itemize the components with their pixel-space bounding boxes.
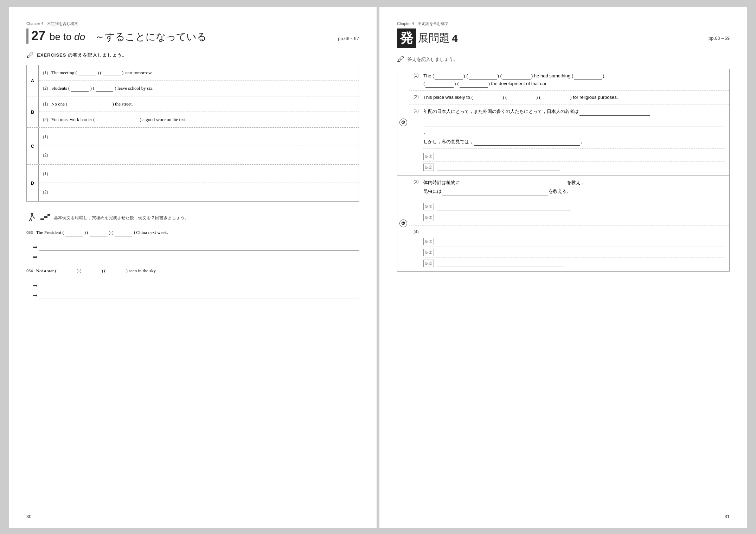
s054-arrow-line-1: ➡	[33, 282, 359, 289]
a1-blank1[interactable]	[78, 70, 96, 76]
box-label-4: 訳②	[423, 214, 434, 221]
steps-icon	[40, 212, 51, 223]
item-num: (1)	[43, 101, 51, 107]
svg-rect-8	[47, 214, 50, 216]
s054-blank2[interactable]	[83, 269, 100, 275]
r1-item-2: (2) This place was likely to () () () fo…	[409, 91, 729, 104]
r1-jp-write1[interactable]	[423, 117, 725, 127]
r1-content-2: This place was likely to () () () for re…	[423, 94, 725, 101]
sentence-054-text: Not a star () () () seen in the sky.	[36, 268, 157, 273]
section-1-row: ① (1) The () () () he had something () (…	[397, 69, 729, 176]
practice-desc: 基本例文を暗唱し，穴埋めを完成させた後，例文を２回書きましょう。	[54, 215, 189, 221]
s054-write-line-1[interactable]	[39, 282, 359, 289]
r1-jp-1: (1) 年配の日本人にとって，また外国の多くの人たちにとって，日本人の若者は 。…	[409, 104, 729, 175]
sentence-053-text: The President () () () China next week.	[36, 230, 168, 235]
r2-4-b2[interactable]	[437, 250, 564, 256]
r2-sub-1: 訳①	[423, 201, 725, 212]
r2-item-4: (4) 訳① 訳② 訳③	[409, 226, 729, 271]
hatsu-kanji: 発	[397, 28, 416, 48]
r1-jp-b2[interactable]	[474, 140, 580, 146]
a2-text: Students () () leave school by six.	[51, 85, 153, 92]
lesson-title-post: ～することになっている	[85, 31, 207, 42]
r1-sub-b2[interactable]	[437, 165, 560, 171]
r2-4-sub-2: 訳②	[423, 247, 725, 258]
r2-sub-items: 訳① 訳②	[423, 199, 725, 223]
section-c-row: C (1) (2)	[27, 128, 359, 165]
left-page-number: 30	[26, 514, 31, 519]
item-num: (1)	[43, 70, 51, 76]
b1-blank1[interactable]	[69, 102, 111, 107]
r1-item-1: (1) The () () () he had something () () …	[409, 69, 729, 91]
right-exercises-table: ① (1) The () () () he had something () (…	[397, 69, 730, 272]
r1-b2[interactable]	[469, 74, 497, 80]
item-num: (2)	[43, 116, 51, 123]
section-d-row: D (1) (2)	[27, 165, 359, 201]
a2-blank1[interactable]	[71, 86, 89, 92]
r1-b7[interactable]	[474, 96, 502, 101]
r1-b6[interactable]	[460, 82, 488, 88]
item-num: (1)	[43, 134, 51, 140]
box-label-1: 訳①	[423, 153, 434, 160]
r2-sub-b2[interactable]	[437, 216, 571, 221]
r2-line2: 昆虫にはを教える。	[423, 187, 725, 196]
r2-4-sub-3: 訳③	[423, 258, 725, 268]
s054-write-line-2[interactable]	[39, 292, 359, 299]
r1-b8[interactable]	[507, 96, 536, 101]
left-chapter-label: Chapter 4 不定詞を含む構文	[26, 21, 359, 26]
right-page: Chapter 4 不定詞を含む構文 発 展問題 4 pp.68～69 🖊 答え…	[379, 7, 747, 528]
a2-blank2[interactable]	[96, 86, 113, 92]
r2-content-4: 訳① 訳② 訳③	[423, 229, 725, 268]
lesson-title-pre: be to	[50, 31, 74, 42]
r2-line1: 体内時計は植物にを教え，	[423, 178, 725, 187]
r2-num-3: (3)	[414, 179, 423, 184]
b2-text: You must work harder () a good score on …	[51, 116, 187, 123]
box-label-3: 訳①	[423, 203, 434, 210]
right-chapter-label: Chapter 4 不定詞を含む構文	[397, 21, 730, 26]
r2-sub-b1[interactable]	[437, 205, 571, 210]
exercises-table: A (1) The meeting () () start tomorrow. …	[26, 65, 359, 202]
section-a-item-2: (2) Students () () leave school by six.	[39, 81, 359, 96]
section-b-group: (1) No one () the street. (2) You must w…	[39, 96, 359, 127]
r2-sub-2: 訳②	[423, 212, 725, 223]
svg-line-3	[31, 218, 32, 221]
section-1-content: (1) The () () () he had something () () …	[409, 69, 729, 175]
r2-4-b1[interactable]	[437, 240, 564, 245]
svg-rect-7	[44, 216, 47, 218]
section-2-label: ②	[397, 176, 409, 271]
r2-content-3: 体内時計は植物にを教え， 昆虫にはを教える。 訳①	[423, 178, 725, 223]
b2-blank1[interactable]	[96, 117, 139, 123]
s053-write-line-2[interactable]	[39, 253, 359, 260]
section-2-content: (3) 体内時計は植物にを教え， 昆虫にはを教える。 訳①	[409, 176, 729, 271]
s053-blank3[interactable]	[115, 231, 132, 236]
sentence-053-num: 053	[26, 230, 33, 235]
hatsu-title: 展問題	[418, 31, 450, 45]
s053-write-line-1[interactable]	[39, 243, 359, 250]
svg-line-4	[32, 215, 33, 217]
svg-line-1	[31, 215, 32, 218]
arrow-icon-4: ➡	[33, 292, 37, 299]
r1-b4[interactable]	[574, 74, 602, 80]
r1-b1[interactable]	[435, 74, 463, 80]
s053-blank1[interactable]	[65, 231, 83, 236]
r1-b9[interactable]	[541, 96, 569, 101]
a1-blank2[interactable]	[103, 70, 121, 76]
s054-blank1[interactable]	[58, 269, 76, 275]
r1-jp-line1: 年配の日本人にとって，また外国の多くの人たちにとって，日本人の若者は	[423, 107, 725, 115]
s053-blank2[interactable]	[90, 231, 108, 236]
r1-b3[interactable]	[502, 74, 531, 80]
svg-line-5	[33, 217, 35, 218]
r2-b2[interactable]	[442, 190, 548, 196]
lesson-title: be to do ～することになっている	[50, 30, 207, 44]
section-b-item-1: (1) No one () the street.	[39, 96, 359, 112]
item-num: (1)	[43, 171, 51, 177]
r1-sub-b1[interactable]	[437, 154, 560, 160]
r1-jp-b1[interactable]	[579, 110, 650, 116]
right-pages: pp.68～69	[709, 35, 730, 42]
hatsu-num: 4	[452, 32, 458, 44]
practice-section: 基本例文を暗唱し，穴埋めを完成させた後，例文を２回書きましょう。 053 The…	[26, 212, 359, 299]
b1-text: No one () the street.	[51, 101, 133, 108]
s054-blank3[interactable]	[107, 269, 125, 275]
r2-b1[interactable]	[461, 182, 566, 187]
r2-4-b3[interactable]	[437, 261, 564, 267]
r1-b5[interactable]	[425, 82, 454, 88]
